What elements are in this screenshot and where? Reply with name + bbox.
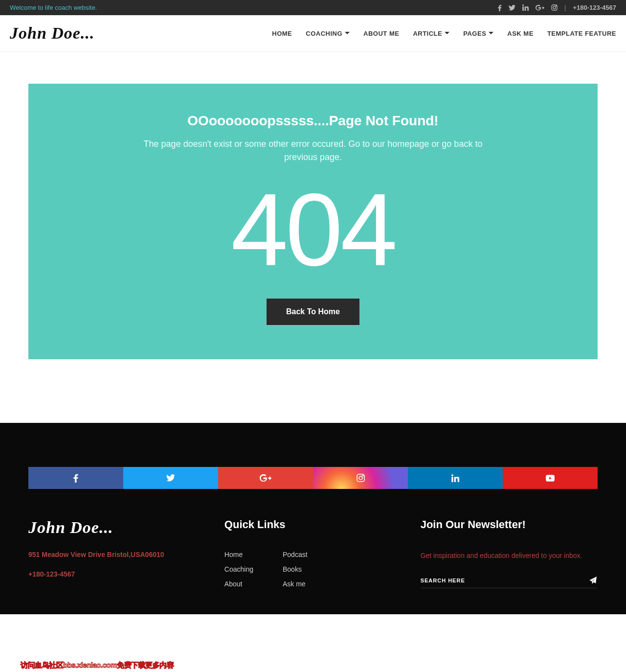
footer: John Doe... 951 Meadow View Drive Bristo…	[0, 423, 626, 614]
footer-col-about: John Doe... 951 Meadow View Drive Bristo…	[28, 518, 205, 595]
instagram-icon[interactable]	[551, 4, 558, 11]
social-bar	[28, 467, 598, 489]
footer-link-books[interactable]: Books	[283, 565, 308, 573]
site-logo[interactable]: John Doe...	[10, 24, 94, 43]
footer-link-about[interactable]: About	[224, 580, 253, 588]
error-title: OOooooooopsssss....Page Not Found!	[48, 113, 578, 129]
nav-about[interactable]: ABOUT ME	[363, 30, 399, 37]
error-code: 404	[48, 179, 578, 281]
footer-link-home[interactable]: Home	[224, 551, 253, 558]
chevron-down-icon	[489, 32, 493, 35]
svg-point-1	[553, 6, 556, 9]
header: John Doe... HOME COACHING ABOUT ME ARTIC…	[0, 15, 626, 52]
newsletter-input[interactable]	[421, 578, 590, 583]
footer-col-links: Quick Links Home Coaching About Podcast …	[224, 518, 401, 595]
error-description: The page doesn't exist or some other err…	[137, 138, 489, 164]
social-linkedin[interactable]	[408, 467, 503, 489]
facebook-icon	[73, 474, 78, 483]
svg-point-5	[362, 475, 363, 476]
topbar: Welcome to life coach website. | +180-12…	[0, 0, 626, 15]
svg-point-2	[556, 6, 557, 6]
main-nav: HOME COACHING ABOUT ME ARTICLE PAGES ASK…	[272, 30, 616, 37]
quick-links-col1: Home Coaching About	[224, 551, 253, 595]
separator: |	[564, 4, 566, 11]
google-plus-icon[interactable]	[536, 5, 544, 11]
error-card: OOooooooopsssss....Page Not Found! The p…	[28, 84, 598, 359]
quick-links: Home Coaching About Podcast Books Ask me	[224, 551, 401, 595]
social-instagram[interactable]	[313, 467, 408, 489]
twitter-icon	[166, 474, 175, 482]
newsletter-form	[421, 577, 597, 588]
chevron-down-icon	[345, 32, 350, 35]
topbar-right: | +180-123-4567	[497, 4, 616, 11]
footer-columns: John Doe... 951 Meadow View Drive Bristo…	[28, 518, 598, 595]
nav-home[interactable]: HOME	[272, 30, 292, 37]
twitter-icon[interactable]	[509, 5, 515, 11]
footer-phone: +180-123-4567	[28, 570, 205, 578]
footer-link-coaching[interactable]: Coaching	[224, 565, 253, 573]
footer-link-ask[interactable]: Ask me	[283, 580, 308, 588]
svg-point-4	[359, 476, 362, 480]
social-facebook[interactable]	[28, 467, 123, 489]
linkedin-icon	[451, 474, 459, 482]
social-google-plus[interactable]	[218, 467, 313, 489]
footer-logo: John Doe...	[28, 518, 205, 537]
footer-link-podcast[interactable]: Podcast	[283, 551, 308, 558]
back-to-home-button[interactable]: Back To Home	[267, 299, 359, 325]
newsletter-title: Join Our Newsletter!	[421, 518, 597, 531]
facebook-icon[interactable]	[497, 4, 502, 11]
footer-address: 951 Meadow View Drive Bristol,USA06010	[28, 551, 205, 558]
linkedin-icon[interactable]	[522, 4, 529, 11]
footer-col-newsletter: Join Our Newsletter! Get inspiration and…	[421, 518, 597, 595]
social-twitter[interactable]	[123, 467, 218, 489]
welcome-text: Welcome to life coach website.	[10, 4, 97, 11]
youtube-icon	[546, 475, 555, 482]
nav-article[interactable]: ARTICLE	[413, 30, 449, 37]
instagram-icon	[357, 474, 365, 482]
nav-pages[interactable]: PAGES	[463, 30, 493, 37]
newsletter-submit-button[interactable]	[589, 577, 597, 584]
chevron-down-icon	[445, 32, 449, 35]
topbar-phone[interactable]: +180-123-4567	[573, 4, 616, 11]
quick-links-title: Quick Links	[224, 518, 401, 531]
nav-template[interactable]: TEMPLATE FEATURE	[547, 30, 616, 37]
nav-ask[interactable]: ASK ME	[507, 30, 534, 37]
newsletter-description: Get inspiration and education delivered …	[421, 551, 597, 561]
footer-spacer	[0, 391, 626, 423]
paper-plane-icon	[589, 577, 597, 584]
nav-coaching[interactable]: COACHING	[306, 30, 350, 37]
main-area: OOooooooopsssss....Page Not Found! The p…	[0, 52, 626, 391]
google-plus-icon	[260, 474, 271, 482]
social-youtube[interactable]	[503, 467, 598, 489]
quick-links-col2: Podcast Books Ask me	[283, 551, 308, 595]
